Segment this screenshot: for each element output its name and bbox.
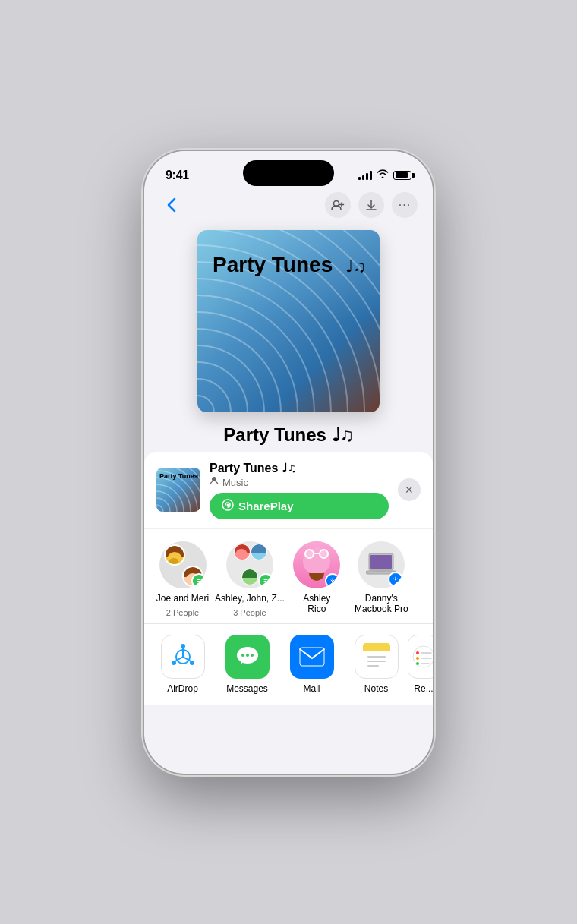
shareplay-label: SharePlay [238, 500, 294, 512]
phone-frame: 9:41 [144, 151, 433, 774]
message-badge [191, 573, 207, 588]
share-item-row: Party Tunes ♩♫ Music [144, 452, 433, 529]
messages-label: Messages [226, 683, 268, 694]
airdrop-app-icon [161, 635, 205, 679]
people-row: Joe and Meri 2 People [144, 529, 433, 624]
app-item-messages[interactable]: Messages [215, 635, 279, 694]
app-item-reminders[interactable]: Re... [408, 635, 433, 694]
status-icons [358, 169, 411, 181]
person-count: 3 People [233, 608, 266, 617]
download-button[interactable] [358, 192, 384, 218]
svg-rect-19 [300, 648, 324, 666]
phone-screen: 9:41 [144, 151, 433, 774]
battery-icon [393, 171, 411, 180]
svg-point-14 [190, 661, 194, 665]
share-subtitle-text: Music [222, 477, 248, 488]
person-item[interactable]: Joe and Meri 2 People [150, 541, 215, 617]
person-name: Ashley, John, Z... [215, 593, 285, 604]
airdrop-badge [388, 572, 403, 587]
person-item[interactable]: AshleyRico [285, 541, 349, 617]
svg-point-29 [416, 651, 419, 654]
artwork-section [144, 224, 433, 415]
shareplay-button[interactable]: SharePlay [210, 493, 389, 519]
app-item-notes[interactable]: Notes [344, 635, 408, 694]
album-artwork [197, 230, 380, 412]
person-count: 2 People [166, 608, 199, 617]
avatar-macbook [358, 541, 405, 588]
mail-app-icon [290, 635, 334, 679]
svg-point-17 [246, 654, 249, 657]
avatar-joe-meri [159, 541, 207, 588]
svg-point-12 [181, 644, 185, 648]
status-bar: 9:41 [144, 151, 433, 189]
svg-rect-23 [363, 648, 390, 651]
person-name: Joe and Meri [156, 593, 209, 604]
more-options-button[interactable]: ··· [392, 192, 418, 218]
share-thumbnail [156, 468, 200, 512]
person-item[interactable]: Danny'sMacbook Pro [349, 541, 414, 617]
wifi-icon [377, 169, 389, 181]
svg-point-28 [413, 646, 433, 667]
svg-point-2 [227, 503, 229, 506]
svg-rect-9 [377, 571, 385, 572]
nav-actions: ··· [325, 192, 418, 218]
dynamic-island [243, 160, 334, 186]
messages-app-icon [225, 635, 270, 679]
svg-point-18 [251, 654, 254, 657]
avatar-group-3 [226, 541, 273, 588]
airdrop-badge [325, 573, 340, 588]
notes-app-icon [355, 635, 399, 679]
signal-icon [358, 171, 372, 180]
svg-point-31 [416, 662, 419, 665]
status-time: 9:41 [166, 169, 189, 182]
person-name: Danny'sMacbook Pro [355, 593, 408, 615]
svg-point-13 [172, 661, 176, 665]
share-item-subtitle: Music [210, 477, 389, 488]
svg-point-16 [241, 654, 244, 657]
mail-label: Mail [303, 683, 320, 694]
person-item[interactable]: Ashley, John, Z... 3 People [215, 541, 285, 617]
app-item-airdrop[interactable]: AirDrop [150, 635, 215, 694]
reminders-label: Re... [414, 683, 433, 694]
reminders-app-icon [408, 635, 433, 679]
airdrop-label: AirDrop [167, 683, 198, 694]
svg-point-30 [416, 657, 419, 660]
add-person-button[interactable] [325, 192, 351, 218]
notes-label: Notes [364, 683, 388, 694]
nav-bar: ··· [144, 189, 433, 224]
share-item-title: Party Tunes ♩♫ [210, 461, 389, 475]
avatar-ashley [293, 541, 340, 588]
share-sheet: Party Tunes ♩♫ Music [144, 452, 433, 705]
svg-rect-7 [370, 555, 392, 569]
message-badge [258, 573, 273, 588]
back-button[interactable] [159, 193, 184, 217]
person-name: AshleyRico [303, 593, 330, 615]
share-info: Party Tunes ♩♫ Music [210, 461, 389, 519]
close-button[interactable]: ✕ [398, 478, 421, 501]
apps-row: AirDrop Messages [144, 624, 433, 705]
app-item-mail[interactable]: Mail [279, 635, 344, 694]
shareplay-icon [222, 499, 234, 513]
album-title: Party Tunes ♩♫ [144, 415, 433, 452]
